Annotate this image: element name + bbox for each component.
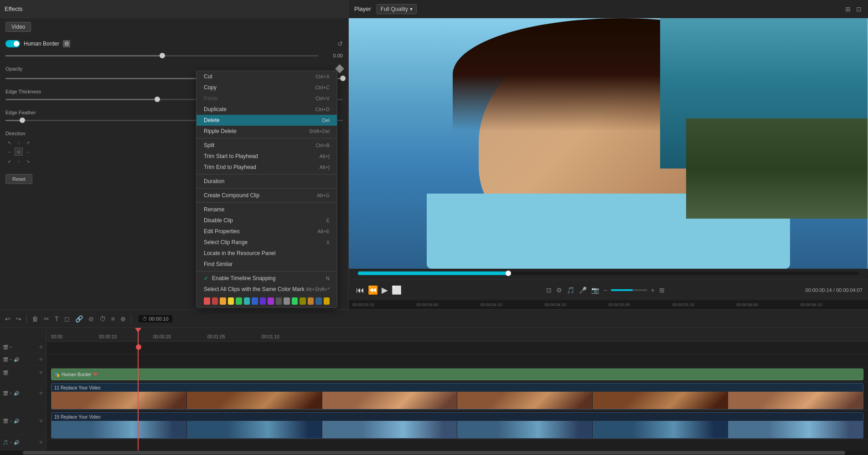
direction-right[interactable]: → [24, 148, 32, 156]
ctx-color-mark[interactable]: Select All Clips with the Same Color Mar… [196, 284, 337, 295]
ctx-compound[interactable]: Create Compound Clip Alt+G [196, 190, 337, 201]
direction-down[interactable]: ↓ [15, 157, 23, 165]
track-v1-eye[interactable]: 👁 [39, 419, 43, 424]
swatch-light-gray[interactable] [284, 297, 290, 305]
main-slider-thumb[interactable] [160, 53, 165, 58]
screenshot-icon[interactable]: 📷 [590, 286, 600, 295]
swatch-olive[interactable] [300, 297, 306, 305]
direction-up-left[interactable]: ↖ [5, 138, 14, 147]
swatch-green[interactable] [236, 297, 242, 305]
ctx-find-similar[interactable]: Find Similar [196, 259, 337, 270]
step-back-button[interactable]: ⏪ [368, 285, 378, 295]
ctx-copy[interactable]: Copy Ctrl+C [196, 82, 337, 93]
track-v5-add[interactable]: + [10, 345, 12, 350]
refresh-icon[interactable]: ↺ [337, 40, 343, 47]
zoom-out-icon[interactable]: − [603, 286, 608, 295]
timer-icon[interactable]: ⏱ [98, 314, 107, 324]
zoom-slider[interactable] [611, 289, 647, 291]
ctx-rename[interactable]: Rename [196, 204, 337, 215]
audio-icon[interactable]: 🎵 [566, 286, 575, 295]
link-icon[interactable]: 🔗 [74, 314, 84, 324]
delete-track-icon[interactable]: 🗑 [31, 314, 40, 324]
track-v1-add[interactable]: + [10, 419, 12, 424]
ctx-duplicate[interactable]: Duplicate Ctrl+D [196, 104, 337, 115]
swatch-dark-red[interactable] [212, 297, 218, 305]
opacity-slider-thumb[interactable] [340, 76, 346, 81]
human-border-settings-icon[interactable]: ⚙ [63, 40, 70, 47]
direction-down-left[interactable]: ↙ [5, 157, 14, 165]
direction-up[interactable]: ↑ [15, 138, 23, 147]
ctx-select-range[interactable]: Select Clip Range X [196, 237, 337, 248]
swatch-gold[interactable] [324, 297, 330, 305]
track-v4-add[interactable]: + [10, 357, 12, 362]
redo-icon[interactable]: ↪ [15, 314, 23, 324]
ctx-trim-start[interactable]: Trim Start to Playhead Alt+[ [196, 151, 337, 162]
player-grid-icon[interactable]: ⊞ [844, 5, 852, 14]
rewind-button[interactable]: ⏮ [356, 286, 364, 295]
swatch-purple[interactable] [260, 297, 266, 305]
track-v4-vol[interactable]: 🔊 [14, 357, 19, 362]
track-v2-vol[interactable]: 🔊 [14, 391, 19, 396]
track-v3-eye[interactable]: 👁 [39, 370, 43, 375]
swatch-red[interactable] [204, 297, 210, 305]
swatch-blue[interactable] [252, 297, 258, 305]
ctx-delete[interactable]: Delete Del [196, 115, 337, 126]
ctx-cut[interactable]: Cut Ctrl+X [196, 71, 337, 82]
swatch-teal[interactable] [244, 297, 250, 305]
text-icon[interactable]: T [53, 314, 60, 324]
ctx-locate[interactable]: Locate in the Resource Panel [196, 248, 337, 259]
settings2-icon[interactable]: ⚙ [555, 286, 563, 295]
track-v2-eye[interactable]: 👁 [39, 391, 43, 396]
crop-icon[interactable]: ⊡ [545, 286, 553, 295]
mic-icon[interactable]: 🎤 [578, 286, 588, 295]
play-button[interactable]: ▶ [382, 285, 388, 295]
ctx-split[interactable]: Split Ctrl+B [196, 140, 337, 151]
track-a1-add[interactable]: + [10, 440, 12, 445]
ctx-disable-clip[interactable]: Disable Clip E [196, 215, 337, 226]
scrollbar-thumb[interactable] [23, 451, 845, 455]
fullscreen-button[interactable]: ⬜ [392, 285, 402, 295]
track-v4-eye[interactable]: 👁 [39, 357, 43, 362]
direction-up-right[interactable]: ↗ [24, 138, 32, 147]
select-icon[interactable]: ◻ [63, 314, 71, 324]
player-settings-icon[interactable]: ⊡ [855, 5, 863, 14]
swatch-brown[interactable] [308, 297, 314, 305]
swatch-lime[interactable] [292, 297, 298, 305]
video1-clip[interactable]: 15 Replace Your Video [51, 412, 863, 439]
timeline-scrollbar[interactable] [0, 450, 868, 455]
direction-left[interactable]: ← [5, 148, 14, 156]
human-border-clip[interactable]: 🎭 Human Border ❤ [51, 368, 863, 380]
grid2-icon[interactable]: ⊞ [658, 286, 666, 295]
edge-feather-thumb[interactable] [20, 118, 25, 123]
track-v1-vol[interactable]: 🔊 [14, 419, 19, 424]
cut-icon[interactable]: ✂ [42, 314, 51, 324]
track-v5-eye[interactable]: 👁 [39, 345, 43, 350]
video-tag-button[interactable]: Video [5, 22, 31, 32]
normalize-icon[interactable]: ≡ [110, 314, 116, 324]
undo-icon[interactable]: ↩ [4, 314, 12, 324]
direction-center[interactable]: ⊙ [15, 148, 23, 156]
track-a1-eye[interactable]: 👁 [39, 440, 43, 445]
swatch-gray[interactable] [276, 297, 282, 305]
human-border-toggle[interactable] [5, 40, 20, 47]
video2-clip[interactable]: 11 Replace Your Video [51, 383, 863, 409]
direction-down-right[interactable]: ↘ [24, 157, 32, 165]
swatch-violet[interactable] [268, 297, 274, 305]
unlink-icon[interactable]: ⊘ [87, 314, 95, 324]
quality-select[interactable]: Full Quality ▾ [377, 4, 417, 14]
copy-icon[interactable]: ⊕ [119, 314, 127, 324]
swatch-navy[interactable] [315, 297, 322, 305]
swatch-yellow[interactable] [228, 297, 234, 305]
ctx-snapping[interactable]: ✓ Enable Timeline Snapping N [196, 273, 337, 284]
ctx-edit-props[interactable]: Edit Properties Alt+E [196, 226, 337, 237]
ctx-ripple-delete[interactable]: Ripple Delete Shift+Del [196, 126, 337, 137]
ctx-duration[interactable]: Duration [196, 176, 337, 187]
track-a1-vol[interactable]: 🔊 [14, 440, 19, 445]
reset-button[interactable]: Reset [5, 174, 32, 184]
scrubber-thumb[interactable] [506, 271, 511, 276]
zoom-in-icon[interactable]: + [650, 286, 656, 295]
swatch-orange[interactable] [220, 297, 226, 305]
ctx-trim-end[interactable]: Trim End to Playhead Alt+] [196, 162, 337, 173]
track-v2-add[interactable]: + [10, 391, 12, 396]
edge-thickness-thumb[interactable] [155, 97, 160, 102]
